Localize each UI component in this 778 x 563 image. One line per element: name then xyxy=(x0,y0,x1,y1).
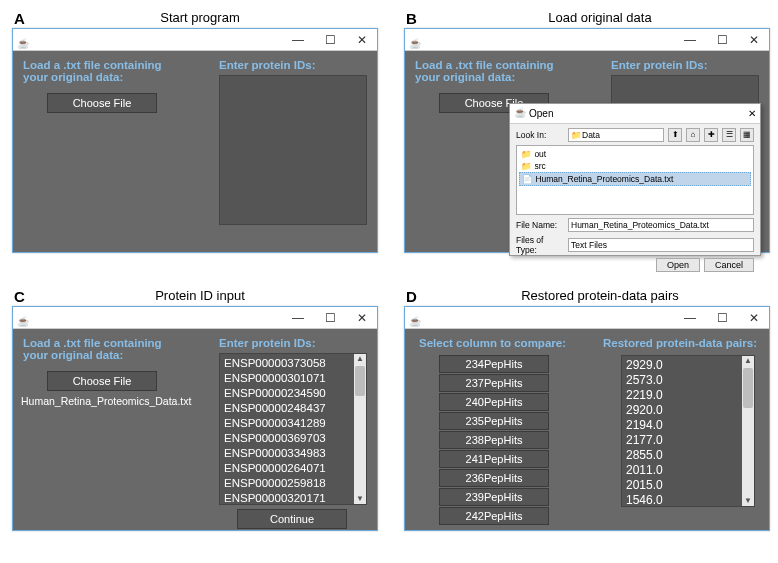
detail-view-icon[interactable]: ▦ xyxy=(740,128,754,142)
list-item: 2194.0 xyxy=(626,418,750,433)
list-item: ENSP00000259818 xyxy=(224,476,362,491)
column-button[interactable]: 241PepHits xyxy=(439,450,549,468)
column-button[interactable]: 242PepHits xyxy=(439,507,549,525)
titlebar: — ☐ ✕ xyxy=(13,29,377,51)
list-item: 2015.0 xyxy=(626,478,750,493)
list-item: 2573.0 xyxy=(626,373,750,388)
dialog-title-text: Open xyxy=(529,108,553,119)
close-button[interactable]: ✕ xyxy=(351,33,373,47)
window-d: — ☐ ✕ Select column to compare: 234PepHi… xyxy=(404,306,770,531)
maximize-button[interactable]: ☐ xyxy=(711,33,733,47)
panel-d-title: Restored protein-data pairs xyxy=(500,288,700,303)
pairs-label: Restored protein-data pairs: xyxy=(603,337,757,349)
protein-id-list[interactable]: ENSP00000373058 ENSP00000301071 ENSP0000… xyxy=(219,353,367,505)
list-item: ENSP00000373058 xyxy=(224,356,362,371)
scroll-up-icon[interactable]: ▲ xyxy=(355,354,365,364)
java-icon xyxy=(17,33,29,47)
file-item[interactable]: 📁 out xyxy=(519,148,751,160)
list-item: 2219.0 xyxy=(626,388,750,403)
open-button[interactable]: Open xyxy=(656,258,700,272)
dialog-close-button[interactable]: ✕ xyxy=(748,108,756,119)
titlebar: — ☐ ✕ xyxy=(405,307,769,329)
column-button[interactable]: 236PepHits xyxy=(439,469,549,487)
filetype-combo[interactable]: Text Files xyxy=(568,238,754,252)
file-item[interactable]: 📁 src xyxy=(519,160,751,172)
protein-id-textbox[interactable] xyxy=(219,75,367,225)
close-button[interactable]: ✕ xyxy=(351,311,373,325)
scrollbar[interactable]: ▲ ▼ xyxy=(742,356,754,506)
panel-a-label: A xyxy=(14,10,25,27)
scroll-down-icon[interactable]: ▼ xyxy=(355,494,365,504)
list-item: ENSP00000334983 xyxy=(224,446,362,461)
scroll-thumb[interactable] xyxy=(743,368,753,408)
scroll-up-icon[interactable]: ▲ xyxy=(743,356,753,366)
maximize-button[interactable]: ☐ xyxy=(711,311,733,325)
scroll-down-icon[interactable]: ▼ xyxy=(743,496,753,506)
panel-d-label: D xyxy=(406,288,417,305)
maximize-button[interactable]: ☐ xyxy=(319,33,341,47)
column-button[interactable]: 240PepHits xyxy=(439,393,549,411)
column-button[interactable]: 237PepHits xyxy=(439,374,549,392)
minimize-button[interactable]: — xyxy=(679,33,701,47)
select-column-label: Select column to compare: xyxy=(419,337,566,349)
column-button[interactable]: 239PepHits xyxy=(439,488,549,506)
minimize-button[interactable]: — xyxy=(679,311,701,325)
titlebar: — ☐ ✕ xyxy=(405,29,769,51)
list-item: ENSP00000264071 xyxy=(224,461,362,476)
enter-ids-label: Enter protein IDs: xyxy=(611,59,707,71)
lookin-combo[interactable]: 📁 Data xyxy=(568,128,664,142)
list-item: ENSP00000301071 xyxy=(224,371,362,386)
minimize-button[interactable]: — xyxy=(287,311,309,325)
panel-a-title: Start program xyxy=(130,10,270,25)
maximize-button[interactable]: ☐ xyxy=(319,311,341,325)
load-label-line1: Load a .txt file containing xyxy=(23,59,162,71)
scrollbar[interactable]: ▲ ▼ xyxy=(354,354,366,504)
choose-file-button[interactable]: Choose File xyxy=(47,371,157,391)
list-item: 2920.0 xyxy=(626,403,750,418)
minimize-button[interactable]: — xyxy=(287,33,309,47)
new-folder-icon[interactable]: ✚ xyxy=(704,128,718,142)
file-item-selected[interactable]: 📄 Human_Retina_Proteomics_Data.txt xyxy=(519,172,751,186)
continue-button[interactable]: Continue xyxy=(237,509,347,529)
list-item: 2929.0 xyxy=(626,358,750,373)
list-item: ENSP00000320171 xyxy=(224,491,362,506)
java-icon xyxy=(514,107,526,121)
list-item: 2177.0 xyxy=(626,433,750,448)
column-button[interactable]: 235PepHits xyxy=(439,412,549,430)
column-button[interactable]: 234PepHits xyxy=(439,355,549,373)
java-icon xyxy=(409,33,421,47)
dialog-titlebar: Open ✕ xyxy=(510,104,760,124)
up-folder-icon[interactable]: ⬆ xyxy=(668,128,682,142)
scroll-thumb[interactable] xyxy=(355,366,365,396)
window-c: — ☐ ✕ Load a .txt file containing your o… xyxy=(12,306,378,531)
home-icon[interactable]: ⌂ xyxy=(686,128,700,142)
close-button[interactable]: ✕ xyxy=(743,311,765,325)
window-a: — ☐ ✕ Load a .txt file containing your o… xyxy=(12,28,378,253)
list-item: 1546.0 xyxy=(626,493,750,508)
enter-ids-label: Enter protein IDs: xyxy=(219,337,315,349)
loaded-filename: Human_Retina_Proteomics_Data.txt xyxy=(21,395,191,407)
list-item: ENSP00000248437 xyxy=(224,401,362,416)
column-button[interactable]: 238PepHits xyxy=(439,431,549,449)
list-item: ENSP00000341289 xyxy=(224,416,362,431)
list-item: ENSP00000369703 xyxy=(224,431,362,446)
file-list[interactable]: 📁 out 📁 src 📄 Human_Retina_Proteomics_Da… xyxy=(516,145,754,215)
filetype-label: Files of Type: xyxy=(516,235,564,255)
enter-ids-label: Enter protein IDs: xyxy=(219,59,315,71)
panel-b-label: B xyxy=(406,10,417,27)
window-b: — ☐ ✕ Load a .txt file containing your o… xyxy=(404,28,770,253)
load-label-line1: Load a .txt file containing xyxy=(23,337,162,349)
cancel-button[interactable]: Cancel xyxy=(704,258,754,272)
close-button[interactable]: ✕ xyxy=(743,33,765,47)
panel-b-title: Load original data xyxy=(530,10,670,25)
java-icon xyxy=(17,311,29,325)
list-view-icon[interactable]: ☰ xyxy=(722,128,736,142)
filename-field[interactable]: Human_Retina_Proteomics_Data.txt xyxy=(568,218,754,232)
choose-file-button[interactable]: Choose File xyxy=(47,93,157,113)
pairs-list[interactable]: 2929.0 2573.0 2219.0 2920.0 2194.0 2177.… xyxy=(621,355,755,507)
filename-label: File Name: xyxy=(516,220,564,230)
list-item: 2855.0 xyxy=(626,448,750,463)
titlebar: — ☐ ✕ xyxy=(13,307,377,329)
panel-c-label: C xyxy=(14,288,25,305)
load-label-line2: your original data: xyxy=(23,349,162,361)
